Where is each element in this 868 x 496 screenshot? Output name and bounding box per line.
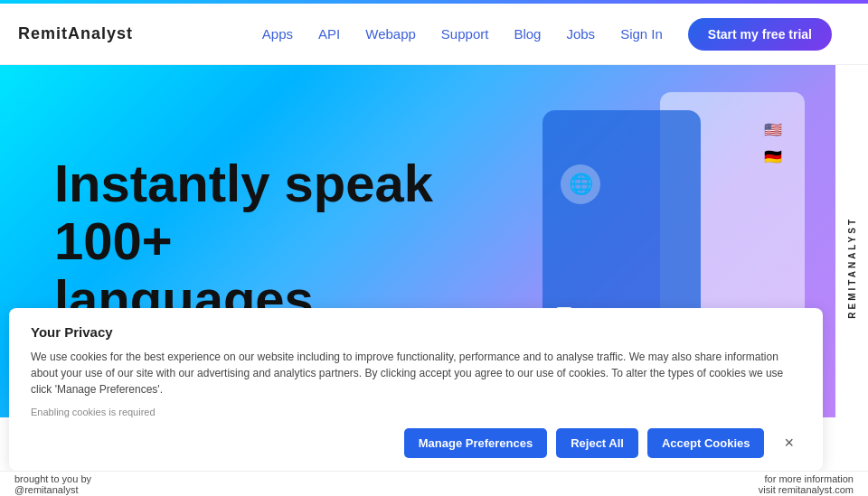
accept-cookies-button[interactable]: Accept Cookies [647, 428, 765, 458]
vertical-sidebar: REMITANALYST [835, 65, 868, 471]
cookie-close-button[interactable]: × [777, 430, 801, 456]
hero-text: Instantly speak 100+ languages [54, 154, 434, 327]
nav: Apps API Webapp Support Blog Jobs Sign I… [262, 18, 832, 51]
cookie-title: Your Privacy [31, 324, 801, 340]
logo: RemitAnalyst [18, 24, 133, 43]
nav-apps[interactable]: Apps [262, 26, 293, 42]
footer-brought-by: brought to you by [14, 473, 91, 484]
start-trial-button[interactable]: Start my free trial [688, 18, 832, 51]
nav-support[interactable]: Support [441, 26, 489, 42]
flag-us: 🇺🇸 [760, 119, 787, 139]
flag-row: 🇺🇸 🇩🇪 [760, 119, 787, 166]
hero-title: Instantly speak 100+ languages [54, 154, 434, 327]
footer-more-info: for more information [759, 473, 854, 484]
nav-webapp[interactable]: Webapp [365, 26, 416, 42]
nav-api[interactable]: API [318, 26, 340, 42]
nav-signin[interactable]: Sign In [620, 26, 663, 42]
reject-all-button[interactable]: Reject All [556, 428, 638, 458]
nav-blog[interactable]: Blog [514, 26, 541, 42]
cookie-actions: Manage Preferences Reject All Accept Coo… [31, 428, 801, 458]
mockup-globe-icon: 🌐 [561, 164, 600, 204]
header: RemitAnalyst Apps API Webapp Support Blo… [0, 4, 868, 65]
vertical-label: REMITANALYST [847, 217, 857, 319]
footer-left: brought to you by @remitanalyst [14, 473, 91, 495]
footer-bar: brought to you by @remitanalyst for more… [0, 471, 868, 496]
footer-handle: @remitanalyst [14, 484, 91, 495]
footer-right: for more information visit remitanalyst.… [759, 473, 854, 495]
manage-preferences-button[interactable]: Manage Preferences [404, 428, 547, 458]
cookie-banner: Your Privacy We use cookies for the best… [9, 308, 823, 471]
footer-website: visit remitanalyst.com [759, 484, 854, 495]
cookie-body: We use cookies for the best experience o… [31, 349, 801, 398]
flag-de: 🇩🇪 [760, 146, 787, 166]
nav-jobs[interactable]: Jobs [566, 26, 595, 42]
cookie-subtext: Enabling cookies is required [31, 407, 801, 417]
